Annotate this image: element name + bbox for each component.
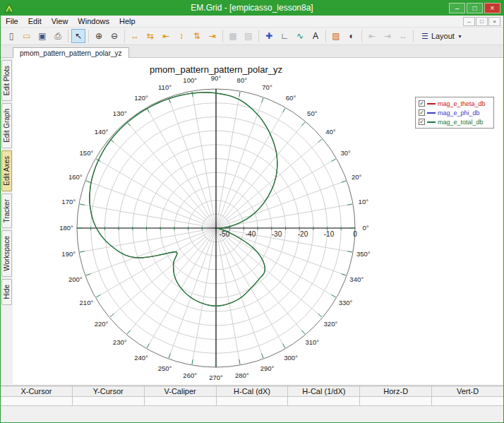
menu-view[interactable]: View [47, 16, 73, 26]
legend-row: ✓mag_e_phi_db [419, 109, 491, 117]
status-header-row: X-CursorY-CursorV-CaliperH-Cal (dX)H-Cal… [1, 386, 503, 396]
polar-angle-tick [262, 98, 263, 103]
grid-toggle-button: ▦ [226, 29, 240, 43]
angle-label: 340° [349, 275, 364, 283]
document-tab-bar: pmom_pattern_pattern_polar_yz [1, 45, 503, 58]
angle-label: 120° [134, 94, 148, 102]
angle-label: 130° [113, 109, 127, 117]
status-bar: X-CursorY-CursorV-CaliperH-Cal (dX)H-Cal… [1, 386, 503, 406]
polar-angle-tick [347, 204, 352, 205]
angle-label: 70° [262, 83, 272, 91]
menu-edit[interactable]: Edit [23, 16, 47, 26]
legend-row: ✓mag_e_total_db [419, 118, 491, 126]
angle-label: 170° [61, 198, 76, 205]
polar-angle-tick [239, 359, 240, 364]
caliper-span-button: ↔ [396, 29, 410, 43]
angle-label: 210° [80, 299, 94, 306]
angle-label: 290° [260, 364, 275, 372]
status-value-cell [288, 397, 360, 405]
angle-label: 300° [284, 354, 298, 362]
polar-angle-tick [147, 344, 150, 348]
status-col-header: H-Cal (1/dX) [288, 386, 360, 396]
polar-angle-tick [283, 108, 286, 112]
polar-angle-tick [342, 181, 347, 182]
sidebar-tab-label: Edit Graph [3, 109, 11, 143]
shrink-x-button[interactable]: ⇤ [159, 29, 173, 43]
title-bar: EM.Grid - [empicasso_lesson8a] –□× [1, 1, 503, 16]
new-file-button[interactable]: ▯ [4, 29, 18, 43]
angle-label: 0° [362, 224, 368, 232]
sidebar-tab-workspace[interactable]: Workspace [1, 230, 12, 277]
child-close-button[interactable]: × [488, 17, 500, 26]
edit-axes-button[interactable]: ∟ [277, 29, 292, 43]
child-minimize-button[interactable]: – [463, 17, 475, 26]
polar-angle-tick [262, 354, 263, 359]
legend-checkbox[interactable]: ✓ [419, 100, 425, 107]
sidebar-tab-tracker[interactable]: Tracker [1, 193, 12, 229]
legend-label: mag_e_theta_db [438, 100, 486, 107]
status-col-header: Y-Cursor [73, 386, 145, 396]
legend-checkbox[interactable]: ✓ [419, 119, 425, 125]
legend-row: ✓mag_e_theta_db [419, 100, 491, 107]
toolbar-separator [88, 30, 89, 42]
angle-label: 100° [183, 76, 197, 84]
close-button[interactable]: × [484, 3, 500, 13]
menu-file[interactable]: File [1, 16, 23, 26]
menu-help[interactable]: Help [114, 16, 140, 26]
sidebar-tab-label: Workspace [3, 236, 11, 271]
print-button[interactable]: ⎙ [51, 29, 65, 43]
polar-angle-tick [192, 92, 193, 97]
polar-angle-tick [318, 139, 322, 142]
sidebar-tab-edit-graph[interactable]: Edit Graph [1, 103, 12, 148]
minimize-button[interactable]: – [449, 3, 465, 13]
angle-label: 310° [305, 338, 319, 346]
contrast-button[interactable]: ◐ [344, 29, 359, 43]
left-sidebar: Edit PlotsEdit GraphEdit AxesTrackerWork… [1, 58, 13, 384]
menu-bar: FileEditViewWindowsHelp –□× [1, 16, 503, 28]
toolbar-separator [325, 30, 326, 42]
status-col-header: X-Cursor [1, 386, 73, 396]
add-marker-button[interactable]: ✚ [262, 29, 276, 43]
expand-x-button[interactable]: ⇆ [143, 29, 157, 43]
legend-checkbox[interactable]: ✓ [419, 109, 425, 116]
zoom-out-button[interactable]: ⊖ [107, 29, 121, 43]
child-restore-button[interactable]: □ [476, 17, 488, 26]
color-map-button[interactable]: ▨ [329, 29, 343, 43]
sidebar-tab-edit-axes[interactable]: Edit Axes [1, 150, 12, 191]
save-button[interactable]: ▣ [35, 29, 49, 43]
polar-angle-tick [318, 314, 322, 316]
chart-title: pmom_pattern_pattern_polar_yz [150, 64, 282, 75]
polar-angle-tick [347, 251, 352, 252]
maximize-button[interactable]: □ [467, 3, 483, 13]
angle-label: 260° [183, 371, 197, 379]
open-file-button[interactable]: ▭ [20, 29, 34, 43]
angle-label: 250° [158, 364, 172, 372]
sidebar-tab-edit-plots[interactable]: Edit Plots [1, 60, 12, 101]
zoom-in-button[interactable]: ⊕ [92, 29, 106, 43]
angle-label: 230° [113, 338, 127, 346]
menu-windows[interactable]: Windows [73, 16, 114, 26]
angle-label: 330° [339, 299, 353, 306]
select-cursor-button[interactable]: ↖ [71, 29, 85, 43]
angle-label: 30° [340, 149, 351, 157]
sidebar-tab-label: Hide [3, 285, 11, 299]
edit-curve-button[interactable]: ∿ [293, 29, 307, 43]
angle-label: 110° [158, 83, 172, 91]
layout-menu-button[interactable]: ☰Layout▼ [417, 29, 467, 43]
expand-y-button[interactable]: ⇅ [190, 29, 204, 43]
sidebar-tab-hide[interactable]: Hide [1, 279, 12, 305]
angle-label: 270° [209, 374, 223, 381]
toolbar-separator [124, 30, 125, 42]
autoscale-x-button[interactable]: ↔ [128, 29, 142, 43]
status-col-header: H-Cal (dX) [217, 386, 289, 396]
polar-angle-tick [127, 330, 130, 334]
polar-angle-tick [332, 159, 336, 162]
shrink-y-button[interactable]: ⇥ [205, 29, 220, 43]
angle-label: 350° [356, 250, 371, 258]
plot-area: 0°10°20°30°40°50°60°70°80°90°100°110°120… [13, 58, 503, 384]
status-value-cell [432, 397, 503, 405]
sidebar-tab-label: Edit Axes [3, 156, 11, 186]
angle-label: 160° [68, 173, 83, 181]
add-text-button[interactable]: A [308, 29, 323, 43]
autoscale-y-button[interactable]: ↕ [174, 29, 188, 43]
